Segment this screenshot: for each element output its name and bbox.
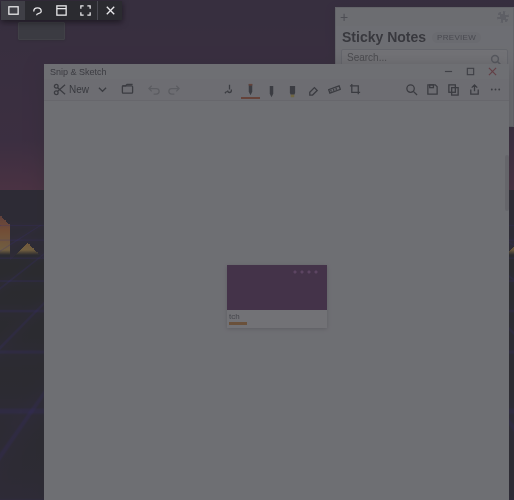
freeform-icon [31,4,44,17]
snip-mode-toolbar [1,1,122,20]
close-snip-button[interactable] [98,1,122,20]
freeform-snip-button[interactable] [25,1,49,20]
svg-rect-26 [56,6,65,15]
fullscreen-snip-button[interactable] [73,1,97,20]
rectangle-icon [7,4,20,17]
svg-rect-25 [8,7,17,14]
window-snip-button[interactable] [49,1,73,20]
rectangular-snip-button[interactable] [1,1,25,20]
screen-dim-overlay[interactable] [0,0,514,500]
fullscreen-icon [79,4,92,17]
window-icon [55,4,68,17]
close-icon [104,4,117,17]
